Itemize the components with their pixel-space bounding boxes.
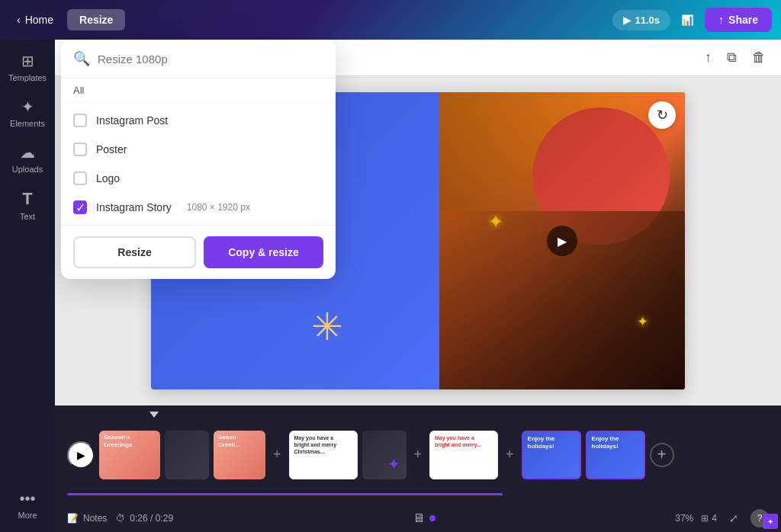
toolbar-right: ↑ ⧉ 🗑 — [702, 46, 769, 69]
option-instagram-post[interactable]: Instagram Post — [61, 106, 336, 135]
timeline-clip-2[interactable] — [165, 431, 209, 479]
share-label: Share — [728, 14, 758, 26]
clip-label-4: May you have abright and merryChristmas.… — [290, 431, 342, 479]
resize-tab-label: Resize — [79, 14, 113, 26]
option-label-instagram-post: Instagram Post — [96, 114, 168, 127]
timeline-clip-7[interactable]: Enjoy theholidays! — [522, 431, 581, 479]
add-clip-button[interactable]: + — [650, 443, 674, 467]
refresh-button[interactable]: ↻ — [648, 101, 676, 129]
sidebar-item-label: Uploads — [12, 165, 43, 174]
timeline-clip-6[interactable]: May you have abright and merry... — [429, 431, 498, 479]
timeline-needle — [149, 412, 159, 418]
timeline-clip-3[interactable]: SeasoCreeti... — [214, 431, 265, 479]
timeline-clip-8[interactable]: Enjoy theholidays! — [586, 431, 645, 479]
fullscreen-button[interactable]: ⤢ — [725, 509, 743, 527]
resize-search-input[interactable] — [98, 53, 323, 66]
sidebar-item-more[interactable]: ••• More — [3, 484, 52, 526]
checkbox-logo[interactable] — [73, 171, 87, 185]
option-logo[interactable]: Logo — [61, 164, 336, 193]
sidebar-item-label: Templates — [8, 73, 47, 82]
delete-button[interactable]: 🗑 — [749, 46, 769, 69]
export-button[interactable]: ↑ — [702, 46, 715, 69]
option-label-instagram-story: Instagram Story — [96, 201, 172, 213]
pages-icon: ⊞ — [701, 513, 709, 524]
timeline-needle-row — [55, 412, 781, 418]
top-bar-right: ▶ 11.0s 📊 ↑ Share — [612, 8, 772, 32]
option-instagram-story[interactable]: ✓ Instagram Story 1080 × 1920 px — [61, 193, 336, 222]
expand-icon: ⤢ — [729, 512, 738, 524]
sidebar-item-label: More — [18, 511, 37, 520]
more-icon: ••• — [19, 490, 35, 508]
zoom-level: 37% — [675, 513, 693, 524]
notes-icon: 📝 — [67, 513, 79, 524]
timeline-clip-1[interactable]: Season'sGreetings — [99, 431, 160, 479]
checkbox-poster[interactable] — [73, 143, 87, 156]
bar-chart-icon: 📊 — [681, 14, 694, 26]
option-dims-instagram-story: 1080 × 1920 px — [187, 202, 250, 213]
duplicate-button[interactable]: ⧉ — [724, 46, 740, 69]
pages-count: 4 — [712, 513, 717, 524]
clip-label-6: May you have abright and merry... — [430, 431, 486, 479]
timeline-clip-5[interactable]: ✦ — [362, 431, 407, 479]
top-bar: ‹ Home Resize ▶ 11.0s 📊 ↑ Share — [0, 0, 781, 40]
bottom-bar: 📝 Notes ⏱ 0:26 / 0:29 🖥 37% ⊞ 4 — [55, 505, 781, 532]
clip-label-1: Season'sGreetings — [99, 431, 137, 479]
refresh-icon: ↻ — [657, 107, 668, 123]
search-icon: 🔍 — [73, 50, 90, 67]
timeline: ▶ Season'sGreetings SeasoCreeti... + May — [55, 405, 781, 505]
uploads-icon: ☁ — [20, 143, 35, 162]
resize-only-button[interactable]: Resize — [73, 236, 196, 268]
play-duration: 11.0s — [635, 14, 660, 26]
duplicate-icon: ⧉ — [727, 50, 737, 65]
timeline-progress-bar — [67, 493, 503, 495]
sidebar-item-text[interactable]: T Text — [3, 183, 52, 227]
pages-button[interactable]: ⊞ 4 — [701, 513, 717, 524]
sidebar-item-templates[interactable]: ⊞ Templates — [3, 46, 52, 88]
checkbox-instagram-story[interactable]: ✓ — [73, 200, 87, 214]
question-icon: ? — [757, 513, 763, 524]
sidebar: ⊞ Templates ✦ Elements ☁ Uploads T Text … — [0, 40, 55, 532]
sidebar-item-uploads[interactable]: ☁ Uploads — [3, 137, 52, 180]
play-button[interactable]: ▶ 11.0s — [612, 10, 671, 30]
notes-button[interactable]: 📝 Notes — [67, 513, 107, 524]
bottom-bar-left: 📝 Notes ⏱ 0:26 / 0:29 — [67, 513, 173, 524]
timeline-tracks: ▶ Season'sGreetings SeasoCreeti... + May — [55, 419, 781, 490]
clip-label-8: Enjoy theholidays! — [587, 432, 624, 478]
top-bar-left: ‹ Home Resize — [9, 9, 125, 30]
export-icon: ↑ — [705, 50, 712, 65]
timeline-clip-4[interactable]: May you have abright and merryChristmas.… — [289, 431, 358, 479]
chevron-left-icon: ‹ — [17, 14, 21, 26]
monitor-icon: 🖥 — [413, 511, 425, 525]
time-value: 0:26 / 0:29 — [130, 513, 173, 524]
resize-tab[interactable]: Resize — [67, 9, 125, 30]
checkbox-instagram-post[interactable] — [73, 114, 87, 127]
home-button[interactable]: ‹ Home — [9, 9, 61, 30]
plus-icon: + — [657, 446, 667, 463]
notes-label: Notes — [83, 513, 107, 524]
resize-option-list: Instagram Post Poster Logo ✓ Instagram S… — [61, 103, 336, 225]
clip-label-2 — [165, 431, 174, 479]
trash-icon: 🗑 — [752, 50, 766, 65]
sidebar-item-label: Elements — [10, 119, 45, 128]
text-icon: T — [22, 189, 32, 209]
play-triangle-icon: ▶ — [558, 234, 567, 248]
option-label-logo: Logo — [96, 172, 120, 184]
filter-all-label: All — [61, 79, 336, 103]
home-label: Home — [25, 14, 53, 26]
timer-icon: ⏱ — [116, 513, 125, 524]
templates-icon: ⊞ — [21, 52, 34, 70]
video-play-overlay[interactable]: ▶ — [547, 226, 577, 256]
sidebar-item-elements[interactable]: ✦ Elements — [3, 91, 52, 134]
analytics-button[interactable]: 📊 — [678, 11, 697, 29]
clip-label-3: SeasoCreeti... — [214, 431, 245, 479]
sidebar-item-label: Text — [20, 212, 35, 221]
option-poster[interactable]: Poster — [61, 135, 336, 164]
elements-icon: ✦ — [21, 98, 34, 116]
timeline-play-button[interactable]: ▶ — [67, 441, 95, 469]
clip-label-7: Enjoy theholidays! — [523, 432, 560, 478]
share-button[interactable]: ↑ Share — [705, 8, 772, 32]
copy-resize-button[interactable]: Copy & resize — [204, 236, 323, 268]
upload-icon: ↑ — [718, 14, 724, 26]
play-icon: ▶ — [623, 14, 631, 26]
timeline-play-icon: ▶ — [77, 449, 85, 461]
